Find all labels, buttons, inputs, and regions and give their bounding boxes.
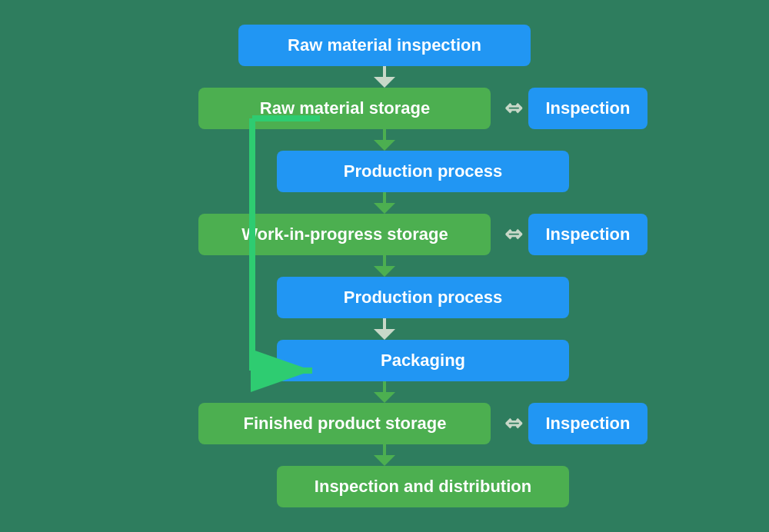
wip-storage-box: Work-in-progress storage [198,214,491,255]
arrow-2 [371,129,398,151]
row-raw-material-storage: Raw material storage ⇔ Inspection [122,88,647,129]
raw-material-inspection-box: Raw material inspection [238,25,531,66]
side-inspection-3: ⇔ Inspection [504,403,647,444]
production-process-1-box: Production process [277,151,569,192]
row-finished-product-storage: Finished product storage ⇔ Inspection [122,403,647,444]
arrow-7 [371,444,398,466]
double-arrow-1: ⇔ [504,98,522,119]
raw-material-storage-box: Raw material storage [198,88,491,129]
row-packaging: Packaging [200,340,569,381]
row-wip-storage: Work-in-progress storage ⇔ Inspection [122,214,647,255]
arrow-6 [371,381,398,403]
arrow-1 [371,66,398,88]
flow-layout: Raw material inspection Raw material sto… [31,25,738,507]
row-raw-material-inspection: Raw material inspection [238,25,531,66]
inspection-box-3: Inspection [528,403,647,444]
side-inspection-2: ⇔ Inspection [504,214,647,255]
double-arrow-2: ⇔ [504,224,522,245]
row-production-process-2: Production process [200,277,569,318]
arrow-3 [371,192,398,214]
production-process-2-box: Production process [277,277,569,318]
finished-product-storage-box: Finished product storage [198,403,491,444]
inspection-box-2: Inspection [528,214,647,255]
row-production-process-1: Production process [200,151,569,192]
diagram-container: Raw material inspection Raw material sto… [15,2,754,530]
arrow-5 [371,318,398,340]
inspection-box-1: Inspection [528,88,647,129]
row-inspection-distribution: Inspection and distribution [200,466,569,507]
arrow-4 [371,255,398,277]
packaging-box: Packaging [277,340,569,381]
double-arrow-3: ⇔ [504,413,522,434]
side-inspection-1: ⇔ Inspection [504,88,647,129]
inspection-distribution-box: Inspection and distribution [277,466,569,507]
